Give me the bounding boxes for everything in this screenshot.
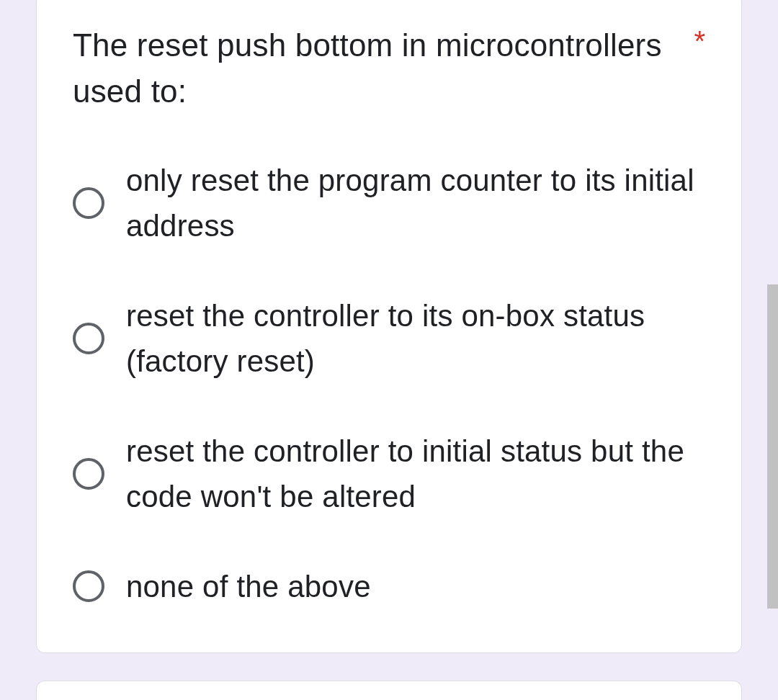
next-card-top (36, 681, 742, 700)
scrollbar-thumb[interactable] (767, 284, 778, 609)
radio-icon[interactable] (73, 570, 104, 602)
option-label: none of the above (126, 564, 371, 609)
option-label: reset the controller to its on-box statu… (126, 293, 705, 384)
option-row[interactable]: only reset the program counter to its in… (73, 158, 705, 248)
question-card: The reset push bottom in microcontroller… (36, 0, 742, 653)
option-row[interactable]: none of the above (73, 564, 705, 609)
option-label: reset the controller to initial status b… (126, 428, 705, 519)
radio-icon[interactable] (73, 323, 104, 354)
options-list: only reset the program counter to its in… (73, 158, 705, 609)
question-text: The reset push bottom in microcontroller… (73, 22, 694, 115)
question-header: The reset push bottom in microcontroller… (73, 22, 705, 115)
option-row[interactable]: reset the controller to its on-box statu… (73, 293, 705, 384)
radio-icon[interactable] (73, 187, 104, 219)
option-row[interactable]: reset the controller to initial status b… (73, 428, 705, 519)
option-label: only reset the program counter to its in… (126, 158, 705, 248)
required-marker: * (694, 27, 705, 55)
radio-icon[interactable] (73, 458, 104, 490)
